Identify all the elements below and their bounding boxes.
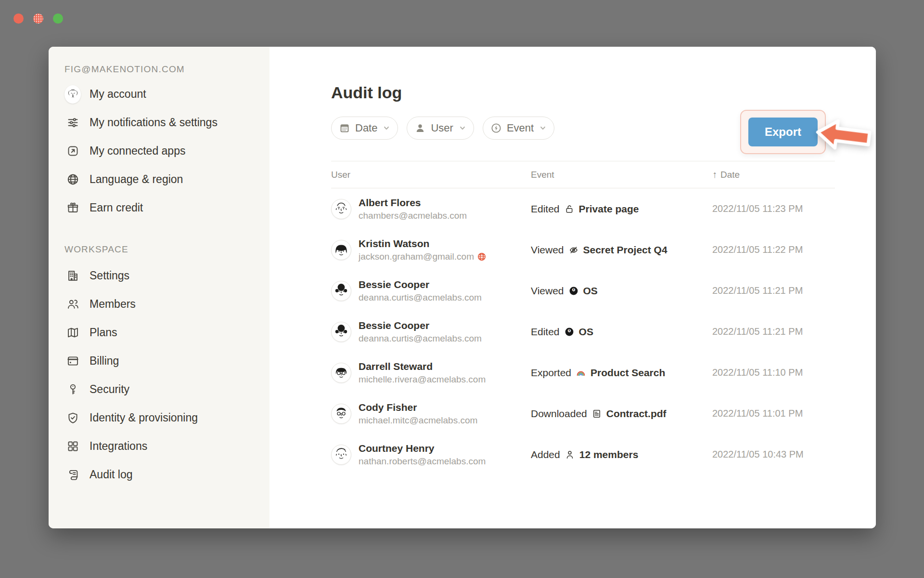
map-icon xyxy=(64,325,81,341)
event-object: Secret Project Q4 xyxy=(583,244,667,256)
user-name: Kristin Watson xyxy=(359,237,487,250)
user-email: michelle.rivera@acmelabs.com xyxy=(359,374,486,385)
sidebar-item-language-region[interactable]: Language & region xyxy=(64,165,258,194)
workspace-section-header: WORKSPACE xyxy=(64,244,258,255)
building-icon xyxy=(64,268,81,284)
user-name: Darrell Steward xyxy=(359,360,486,373)
sidebar-item-label: Billing xyxy=(90,355,119,368)
user-name: Courtney Henry xyxy=(359,442,486,455)
key-icon xyxy=(64,381,81,398)
minimize-button[interactable] xyxy=(33,13,43,24)
sidebar-item-label: Earn credit xyxy=(90,201,143,214)
event-action: Added xyxy=(531,449,560,460)
desktop-background: FIG@MAKENOTION.COM My account xyxy=(0,0,924,578)
date-filter-button[interactable]: Date xyxy=(331,117,398,140)
avatar-cody-fisher xyxy=(331,404,351,424)
table-row: Courtney Henry nathan.roberts@acmelabs.c… xyxy=(331,434,835,475)
sidebar-item-label: Security xyxy=(90,383,129,396)
sidebar-item-audit-log[interactable]: Audit log xyxy=(64,460,258,489)
avatar-bessie-cooper xyxy=(331,281,351,301)
table-row: Kristin Watson jackson.graham@gmail.com xyxy=(331,229,835,270)
eight-ball-icon: 8 xyxy=(568,286,579,296)
page-title: Audit log xyxy=(331,83,876,102)
sidebar-item-integrations[interactable]: Integrations xyxy=(64,432,258,460)
column-header-date[interactable]: ↑ Date xyxy=(712,169,835,180)
lock-icon xyxy=(564,204,575,214)
table-row: Bessie Cooper deanna.curtis@acmelabs.com… xyxy=(331,270,835,311)
sidebar-item-notifications-settings[interactable]: My notifications & settings xyxy=(64,108,258,137)
user-filter-label: User xyxy=(431,122,453,134)
sidebar-item-plans[interactable]: Plans xyxy=(64,318,258,347)
event-date: 2022/11/05 11:21 PM xyxy=(712,326,835,337)
user-email: deanna.curtis@acmelabs.com xyxy=(359,292,482,303)
rainbow-icon xyxy=(576,368,586,378)
sidebar-item-identity-provisioning[interactable]: Identity & provisioning xyxy=(64,404,258,432)
event-action: Viewed xyxy=(531,285,564,297)
user-email: jackson.graham@gmail.com xyxy=(359,251,474,262)
shield-check-icon xyxy=(64,410,81,426)
sliders-icon xyxy=(64,115,81,131)
chevron-down-icon xyxy=(382,124,391,132)
sidebar-item-security[interactable]: Security xyxy=(64,375,258,404)
avatar-courtney-henry xyxy=(331,445,351,465)
dog-avatar-icon xyxy=(64,86,81,103)
date-filter-label: Date xyxy=(355,122,377,134)
event-action: Downloaded xyxy=(531,408,587,420)
sidebar-item-label: Audit log xyxy=(90,468,133,481)
column-header-event: Event xyxy=(531,170,712,180)
sidebar-item-settings[interactable]: Settings xyxy=(64,262,258,290)
user-name: Bessie Cooper xyxy=(359,278,482,291)
event-date: 2022/11/05 11:23 PM xyxy=(712,203,835,214)
avatar-albert-flores xyxy=(331,199,351,219)
sidebar-item-billing[interactable]: Billing xyxy=(64,347,258,375)
chevron-down-icon xyxy=(458,124,467,132)
expand-button[interactable] xyxy=(53,13,63,24)
event-object: Private page xyxy=(579,203,639,215)
event-object: Product Search xyxy=(590,367,665,379)
event-action: Exported xyxy=(531,367,571,379)
sidebar-item-label: Language & region xyxy=(90,173,183,186)
sidebar-item-label: Settings xyxy=(90,269,129,282)
table-row: Bessie Cooper deanna.curtis@acmelabs.com… xyxy=(331,311,835,352)
close-button[interactable] xyxy=(13,13,24,24)
event-date: 2022/11/05 11:01 PM xyxy=(712,408,835,419)
event-object: Contract.pdf xyxy=(606,408,667,420)
event-object: OS xyxy=(579,326,593,338)
event-action: Edited xyxy=(531,326,560,338)
person-outline-icon xyxy=(565,449,575,460)
audit-log-table: User Event ↑ Date xyxy=(331,161,835,475)
avatar-kristin-watson xyxy=(331,240,351,260)
sidebar-item-connected-apps[interactable]: My connected apps xyxy=(64,137,258,165)
guest-globe-icon xyxy=(477,252,487,262)
sidebar-item-earn-credit[interactable]: Earn credit xyxy=(64,194,258,222)
sidebar-item-members[interactable]: Members xyxy=(64,290,258,318)
event-date: 2022/11/05 10:43 PM xyxy=(712,449,835,460)
window-controls xyxy=(13,13,63,24)
members-icon xyxy=(64,296,81,313)
document-icon xyxy=(591,408,602,419)
sidebar-item-label: My notifications & settings xyxy=(90,116,218,129)
sidebar-item-my-account[interactable]: My account xyxy=(64,80,258,108)
event-filter-button[interactable]: Event xyxy=(483,117,554,140)
svg-text:8: 8 xyxy=(573,288,575,291)
column-header-user: User xyxy=(331,170,531,180)
settings-window: FIG@MAKENOTION.COM My account xyxy=(49,47,876,528)
eight-ball-icon: 8 xyxy=(564,327,575,337)
sidebar-item-label: Integrations xyxy=(90,440,147,453)
export-button[interactable]: Export xyxy=(748,118,818,146)
sidebar-item-label: Identity & provisioning xyxy=(90,411,198,424)
lightning-icon xyxy=(490,122,502,134)
chevron-down-icon xyxy=(539,124,547,132)
event-date: 2022/11/05 11:10 PM xyxy=(712,367,835,378)
event-object: OS xyxy=(583,285,598,297)
sidebar-item-label: Members xyxy=(90,298,136,311)
user-filter-button[interactable]: User xyxy=(407,117,474,140)
event-filter-label: Event xyxy=(507,122,534,134)
user-name: Bessie Cooper xyxy=(359,319,482,332)
event-date: 2022/11/05 11:21 PM xyxy=(712,285,835,296)
user-icon xyxy=(414,122,426,134)
table-row: Cody Fisher michael.mitc@acmelabs.com Do… xyxy=(331,393,835,434)
avatar-darrell-steward xyxy=(331,363,351,383)
user-email: chambers@acmelabs.com xyxy=(359,210,467,221)
date-header-label: Date xyxy=(720,170,740,180)
